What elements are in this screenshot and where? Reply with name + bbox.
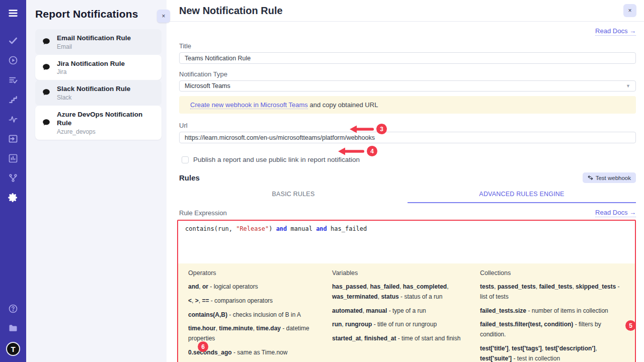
code-token-keyword: and: [276, 225, 287, 232]
rule-item-title: Jira Notification Rule: [57, 59, 125, 68]
report-notifications-panel: Report Notifications × Email Notificatio…: [26, 0, 167, 362]
app-window: T Report Notifications × Email Notificat…: [0, 0, 644, 362]
code-token-plain: manual: [287, 225, 316, 232]
notification-type-select[interactable]: Microsoft Teams ▼: [179, 80, 636, 92]
chat-bubble-icon: [41, 63, 51, 72]
new-notification-rule-dialog: New Notification Rule × Read Docs → Titl…: [167, 0, 644, 362]
rule-item-subtitle: Jira: [57, 68, 125, 75]
branch-icon[interactable]: [7, 172, 19, 184]
rule-item-title: Slack Notification Rule: [57, 84, 130, 94]
notification-rule-item[interactable]: Azure DevOps Notification RuleAzure_devo…: [35, 106, 162, 140]
code-token-plain: has_failed: [327, 225, 367, 232]
rule-item-subtitle: Azure_devops: [57, 128, 156, 135]
publish-report-checkbox[interactable]: [182, 156, 189, 163]
rule-expression-label: Rule Expression: [179, 209, 227, 217]
panel-title: Report Notifications: [35, 8, 162, 20]
help-entry: failed_tests.size - number of items in c…: [480, 306, 628, 316]
help-icon[interactable]: [7, 303, 19, 315]
user-avatar[interactable]: T: [6, 342, 20, 356]
folder-icon[interactable]: [7, 322, 19, 334]
tab-basic-rules[interactable]: BASIC RULES: [179, 188, 408, 203]
bar-chart-icon[interactable]: [7, 152, 19, 164]
tab-advanced-rules-engine[interactable]: ADVANCED RULES ENGINE: [408, 188, 636, 203]
help-column-title: Operators: [188, 269, 325, 277]
annotation-arrow-url: 3: [350, 124, 387, 134]
url-input[interactable]: [179, 132, 636, 143]
red-arrow-left-icon: [350, 125, 374, 134]
read-docs-link-rules[interactable]: Read Docs →: [595, 209, 636, 217]
annotation-badge-5: 5: [625, 320, 636, 331]
help-entry: failed_tests.filter(test, condition) - f…: [480, 320, 628, 340]
check-icon[interactable]: [7, 35, 19, 47]
title-input[interactable]: [179, 52, 636, 64]
url-field-label: Url: [179, 122, 636, 129]
help-entry: test['title'], test['tags'], test['descr…: [480, 344, 628, 362]
icon-rail: T: [0, 0, 26, 362]
annotation-badge-4: 4: [367, 146, 377, 156]
help-entry: started_at, finished_at - time of start …: [332, 334, 473, 344]
rule-expression-code: contains(run, "Release") and manual and …: [185, 225, 628, 232]
help-column-variables: Variableshas_passed, has_failed, has_com…: [332, 269, 473, 362]
help-entry: automated, manual - type of a run: [332, 306, 473, 316]
dialog-title: New Notification Rule: [179, 5, 283, 17]
code-token-plain: ): [269, 225, 276, 232]
help-entry: <, >, == - comparison operators: [188, 296, 325, 306]
notification-rule-item[interactable]: Slack Notification RuleSlack: [35, 80, 162, 106]
dialog-content: Read Docs → Title Notification Type Micr…: [167, 22, 644, 362]
menu-icon[interactable]: [7, 7, 19, 19]
rules-heading: Rules: [179, 173, 200, 182]
notification-rule-item[interactable]: Jira Notification RuleJira: [35, 55, 162, 80]
create-webhook-link[interactable]: Create new webhook in Microsoft Teams: [190, 101, 308, 109]
chat-bubble-icon: [41, 118, 51, 127]
dialog-header: New Notification Rule ×: [167, 0, 644, 22]
steps-icon[interactable]: [7, 94, 19, 106]
notification-rule-list: Email Notification RuleEmailJira Notific…: [35, 29, 162, 140]
red-arrow-left-icon: [338, 147, 364, 156]
help-column-title: Variables: [332, 269, 473, 277]
webhook-hint-text: and copy obtained URL: [308, 101, 378, 109]
annotation-arrow-publish: 4: [338, 146, 377, 156]
play-circle-icon[interactable]: [7, 54, 19, 66]
panel-close-button[interactable]: ×: [157, 10, 170, 23]
code-token-string: "Release": [236, 225, 269, 232]
help-entry: time.hour, time.minute, time.day - datet…: [188, 324, 325, 344]
test-webhook-button[interactable]: Test webhook: [583, 172, 636, 183]
dialog-close-button[interactable]: ×: [623, 4, 636, 17]
help-entry: and, or - logical operators: [188, 282, 325, 292]
list-check-icon[interactable]: [7, 74, 19, 86]
test-webhook-label: Test webhook: [596, 175, 631, 181]
rule-expression-editor[interactable]: contains(run, "Release") and manual and …: [178, 221, 635, 263]
help-column-collections: Collectionstests, passed_tests, failed_t…: [480, 269, 628, 362]
rules-tabs: BASIC RULESADVANCED RULES ENGINE: [179, 188, 636, 203]
gear-icon[interactable]: [7, 192, 19, 204]
rule-item-title: Email Notification Rule: [57, 34, 131, 43]
chat-bubble-icon: [41, 37, 51, 46]
read-docs-link-top[interactable]: Read Docs →: [595, 27, 636, 36]
help-entry: 0.seconds_ago - same as Time.now: [188, 348, 325, 358]
help-entry: contains(A,B) - checks inclusion of B in…: [188, 310, 325, 320]
expression-help-panel: Operatorsand, or - logical operators<, >…: [178, 263, 635, 362]
chat-bubble-icon: [41, 88, 51, 97]
rules-annotation-box: contains(run, "Release") and manual and …: [177, 220, 636, 362]
pulse-icon[interactable]: [7, 113, 19, 125]
rule-item-subtitle: Slack: [57, 94, 130, 101]
code-token-plain: contains(run,: [185, 225, 236, 232]
help-entry: tests, passed_tests, failed_tests, skipp…: [480, 282, 628, 302]
annotation-badge-3: 3: [376, 124, 387, 134]
publish-report-label: Publish a report and use public link in …: [193, 156, 360, 163]
type-field-label: Notification Type: [179, 70, 636, 78]
notification-rule-item[interactable]: Email Notification RuleEmail: [35, 29, 162, 55]
title-field-label: Title: [179, 42, 636, 50]
help-entry: run, rungroup - title of run or rungroup: [332, 320, 473, 330]
import-icon[interactable]: [7, 133, 19, 145]
rule-item-title: Azure DevOps Notification Rule: [57, 110, 156, 128]
notification-type-value: Microsoft Teams: [185, 82, 230, 89]
code-token-keyword: and: [316, 225, 327, 232]
help-column-operators: Operatorsand, or - logical operators<, >…: [188, 269, 325, 362]
chevron-down-icon: ▼: [626, 83, 630, 88]
annotation-badge-6: 6: [198, 341, 208, 352]
help-column-title: Collections: [480, 269, 628, 277]
rule-item-subtitle: Email: [57, 43, 131, 50]
help-entry: has_passed, has_failed, has_completed, w…: [332, 282, 473, 302]
webhook-hint-box: Create new webhook in Microsoft Teams an…: [179, 96, 636, 114]
